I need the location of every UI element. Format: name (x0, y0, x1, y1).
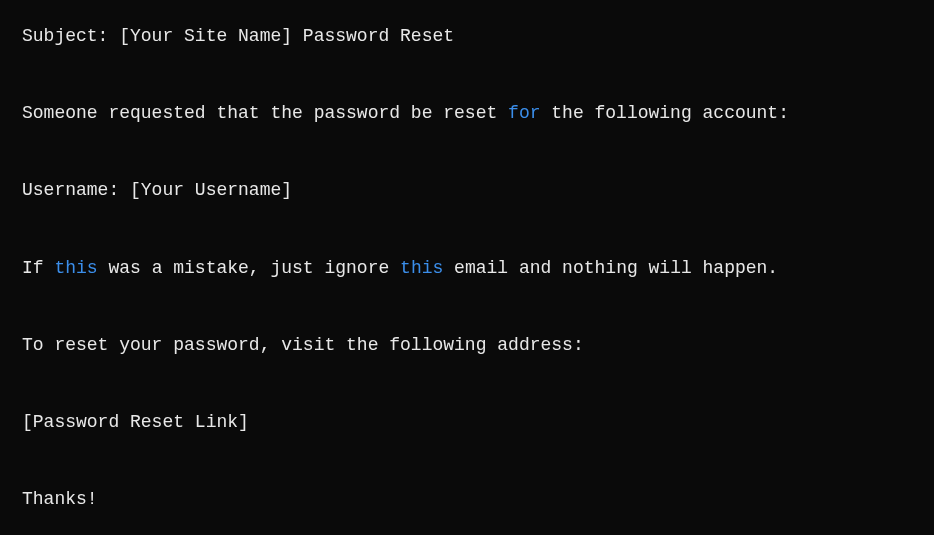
request-text-post: the following account: (541, 103, 789, 123)
subject-text: Subject: [Your Site Name] Password Reset (22, 26, 454, 46)
username-text: Username: [Your Username] (22, 180, 292, 200)
request-text-pre: Someone requested that the password be r… (22, 103, 508, 123)
keyword-this-1: this (54, 258, 97, 278)
mistake-text-post: email and nothing will happen. (443, 258, 778, 278)
reset-link-text: [Password Reset Link] (22, 412, 249, 432)
keyword-this-2: this (400, 258, 443, 278)
thanks-line: Thanks! (22, 487, 912, 512)
reset-instruction-text: To reset your password, visit the follow… (22, 335, 584, 355)
username-line: Username: [Your Username] (22, 178, 912, 203)
thanks-text: Thanks! (22, 489, 98, 509)
mistake-text-mid: was a mistake, just ignore (98, 258, 400, 278)
mistake-text-pre: If (22, 258, 54, 278)
mistake-line: If this was a mistake, just ignore this … (22, 256, 912, 281)
keyword-for: for (508, 103, 540, 123)
request-line: Someone requested that the password be r… (22, 101, 912, 126)
reset-instruction-line: To reset your password, visit the follow… (22, 333, 912, 358)
reset-link-line: [Password Reset Link] (22, 410, 912, 435)
subject-line: Subject: [Your Site Name] Password Reset (22, 24, 912, 49)
